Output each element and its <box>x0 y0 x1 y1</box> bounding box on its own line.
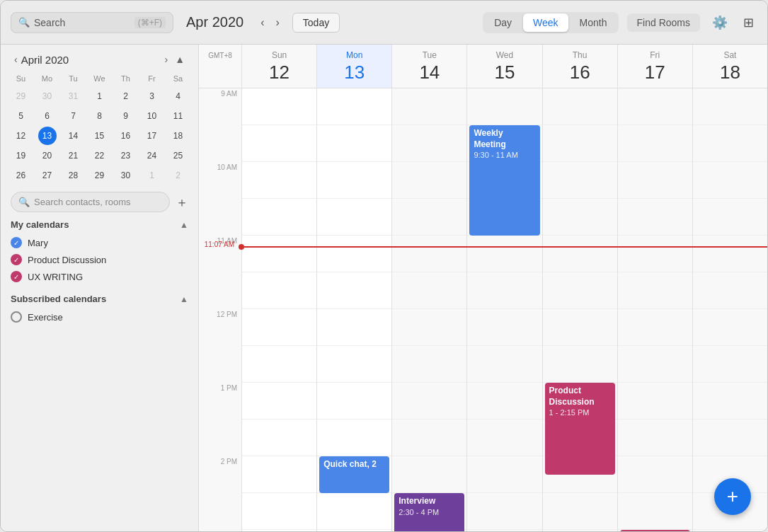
mini-cal-cell[interactable]: 29 <box>91 166 109 185</box>
tab-day[interactable]: Day <box>484 13 522 32</box>
time-slot: 3 PM <box>199 530 241 531</box>
prev-arrow[interactable]: ‹ <box>256 13 268 32</box>
tab-week[interactable]: Week <box>523 13 568 32</box>
day-header-sat: Sat 18 <box>692 45 767 88</box>
calendar-event[interactable]: Guest Talk3 - 4 PM <box>620 530 690 531</box>
calendar-event[interactable]: Interview2:30 - 4 PM <box>394 493 464 531</box>
cal-item-mary[interactable]: ✓ Mary <box>11 234 188 251</box>
hour-line <box>543 236 617 272</box>
mini-cal-cell[interactable]: 17 <box>143 127 161 145</box>
mini-cal-cell[interactable]: 20 <box>38 146 57 165</box>
day-header-thu: Thu 16 <box>542 45 617 88</box>
search-contacts-box[interactable]: 🔍 Search contacts, rooms <box>11 192 170 212</box>
hour-line <box>693 420 767 456</box>
mini-cal-cell[interactable]: 7 <box>64 107 83 125</box>
today-button[interactable]: Today <box>292 13 340 33</box>
mini-cal-cell[interactable]: 11 <box>169 107 188 125</box>
time-slot <box>199 272 241 309</box>
mini-cal-cell[interactable]: 10 <box>143 107 161 125</box>
my-calendars-chevron[interactable]: ▲ <box>180 220 188 230</box>
mini-cal-chevron[interactable]: ▲ <box>171 52 188 67</box>
split-view-button[interactable]: ⊞ <box>740 11 757 34</box>
add-event-fab[interactable]: + <box>714 478 751 515</box>
mini-calendar: Su Mo Tu We Th Fr Sa 2930311234567891011… <box>1 73 198 185</box>
mini-cal-cell[interactable]: 1 <box>91 87 109 105</box>
time-slot: 9 AM <box>199 88 241 125</box>
gmt-label: GMT+8 <box>199 45 241 88</box>
mini-cal-cell[interactable]: 28 <box>64 166 83 185</box>
cal-item-exercise[interactable]: Exercise <box>11 308 188 325</box>
mini-cal-cell[interactable]: 31 <box>64 87 83 105</box>
day-name-sat: Sat <box>696 50 764 60</box>
mini-cal-cell[interactable]: 13 <box>38 127 57 145</box>
mini-cal-cell[interactable]: 5 <box>12 107 30 125</box>
hour-line <box>317 420 391 456</box>
day-name-tue: Tue <box>395 50 464 60</box>
mini-cal-cell[interactable]: 18 <box>169 127 188 145</box>
find-rooms-button[interactable]: Find Rooms <box>627 13 700 32</box>
day-header-sun: Sun 12 <box>241 45 316 88</box>
mini-cal-cell[interactable]: 22 <box>91 146 109 165</box>
hour-line <box>543 346 617 383</box>
mini-cal-cell[interactable]: 6 <box>38 107 57 125</box>
mini-cal-cell[interactable]: 30 <box>117 166 135 185</box>
mini-cal-cell[interactable]: 29 <box>12 87 30 105</box>
hour-line <box>317 493 391 530</box>
mini-cal-cell[interactable]: 4 <box>169 87 188 105</box>
subscribed-calendars-chevron[interactable]: ▲ <box>180 294 188 304</box>
tab-month[interactable]: Month <box>570 13 617 32</box>
mini-cal-cell[interactable]: 16 <box>117 127 135 145</box>
next-arrow[interactable]: › <box>272 13 284 32</box>
mini-next-btn[interactable]: › <box>161 52 171 67</box>
hour-line <box>392 420 466 456</box>
mini-cal-cell[interactable]: 2 <box>117 87 135 105</box>
time-slot <box>199 346 241 383</box>
day-num-wed: 15 <box>470 62 539 83</box>
current-time-bar <box>244 246 767 248</box>
hour-line <box>618 493 692 530</box>
subscribed-calendars-header: Subscribed calendars ▲ <box>11 294 188 304</box>
mini-cal-cell[interactable]: 15 <box>91 127 109 145</box>
calendar-event[interactable]: Product Discussion1 - 2:15 PM <box>545 383 615 475</box>
day-header-mon: Mon 13 <box>316 45 391 88</box>
cal-item-product-discussion[interactable]: ✓ Product Discussion <box>11 251 188 268</box>
day-name-fri: Fri <box>621 50 689 60</box>
mini-cal-cell[interactable]: 25 <box>169 146 188 165</box>
event-title: Interview <box>399 496 460 507</box>
day-col-mon: Quick chat, 2 <box>316 88 391 531</box>
hour-line <box>392 199 466 236</box>
search-box[interactable]: 🔍 Search (⌘+F) <box>11 12 173 33</box>
calendar-event[interactable]: Weekly Meeting9:30 - 11 AM <box>469 125 539 236</box>
mini-cal-cell[interactable]: 24 <box>143 146 161 165</box>
hour-line <box>242 88 316 125</box>
day-name-wed: Wed <box>470 50 539 60</box>
calendar-event[interactable]: Quick chat, 2 <box>319 456 389 493</box>
mini-cal-cell[interactable]: 21 <box>64 146 83 165</box>
mini-cal-cell[interactable]: 8 <box>91 107 109 125</box>
time-slot: 2 PM <box>199 456 241 493</box>
mini-cal-cell[interactable]: 23 <box>117 146 135 165</box>
mini-cal-cell[interactable]: 9 <box>117 107 135 125</box>
mini-cal-cell[interactable]: 30 <box>38 87 57 105</box>
hour-line <box>693 199 767 236</box>
mini-cal-cell[interactable]: 2 <box>169 166 188 185</box>
day-name-thu: Thu <box>546 50 614 60</box>
hour-line <box>467 493 541 530</box>
mini-cal-cell[interactable]: 3 <box>143 87 161 105</box>
mini-cal-cell[interactable]: 26 <box>12 166 30 185</box>
mini-prev-btn[interactable]: ‹ <box>11 52 21 67</box>
mini-cal-cell[interactable]: 12 <box>12 127 30 145</box>
mini-cal-cell[interactable]: 14 <box>64 127 83 145</box>
main-area: ‹ April 2020 › ▲ Su Mo Tu We Th Fr Sa 29… <box>1 45 767 531</box>
hour-line <box>242 420 316 456</box>
mini-cal-cell[interactable]: 1 <box>143 166 161 185</box>
hour-line <box>693 383 767 420</box>
cal-item-ux-writing[interactable]: ✓ UX WRITING <box>11 268 188 285</box>
hour-line <box>467 530 541 531</box>
add-contacts-btn[interactable]: ＋ <box>176 194 188 211</box>
mini-cal-cell[interactable]: 19 <box>12 146 30 165</box>
settings-button[interactable]: ⚙️ <box>709 11 731 34</box>
mini-cal-days-header: Su Mo Tu We Th Fr Sa <box>8 73 191 84</box>
hour-line <box>693 530 767 531</box>
mini-cal-cell[interactable]: 27 <box>38 166 57 185</box>
